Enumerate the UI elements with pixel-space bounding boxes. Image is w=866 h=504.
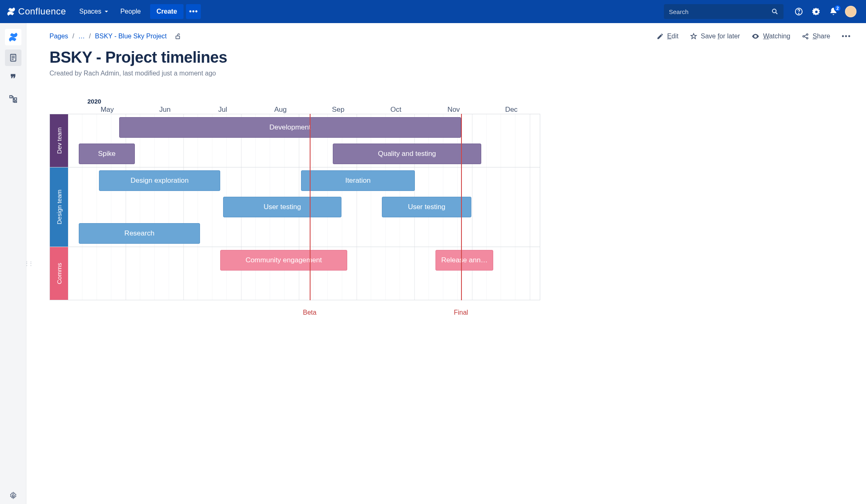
- timeline-bar[interactable]: Design exploration: [99, 170, 220, 191]
- page-title: BSKY - Project timelines: [49, 49, 851, 66]
- page-more-button[interactable]: •••: [842, 33, 851, 40]
- lane-tracks: DevelopmentSpikeQuality and testing: [68, 114, 540, 167]
- page-main: Pages / … / BSKY - Blue Sky Project Edit…: [26, 23, 866, 504]
- svg-point-3: [798, 13, 799, 14]
- lane-tracks: Community engagementRelease ann…: [68, 247, 540, 300]
- rail-pages[interactable]: [5, 49, 21, 66]
- app-logo[interactable]: Confluence: [7, 6, 66, 17]
- month-header: Sep: [309, 106, 367, 114]
- search-icon: [771, 8, 779, 15]
- create-button[interactable]: Create: [150, 4, 184, 19]
- timeline-year: 2020: [87, 98, 851, 105]
- rail-blog[interactable]: ❞: [5, 70, 21, 87]
- month-header: Aug: [252, 106, 309, 114]
- svg-line-18: [804, 37, 807, 38]
- lane-tracks: Design explorationIterationUser testingU…: [68, 167, 540, 247]
- timeline-bar[interactable]: Quality and testing: [333, 144, 481, 164]
- lane-label: Dev team: [50, 114, 68, 167]
- eye-icon: [751, 32, 760, 40]
- crumb-root[interactable]: Pages: [49, 33, 68, 40]
- sidebar-resize-handle[interactable]: ⋮⋮: [24, 261, 33, 266]
- svg-point-11: [12, 495, 14, 497]
- milestone-label: Beta: [303, 309, 317, 316]
- left-rail: ❞: [0, 23, 26, 504]
- notification-badge: 2: [834, 5, 841, 12]
- app-name: Confluence: [18, 6, 66, 17]
- month-header: May: [78, 106, 136, 114]
- svg-point-13: [755, 35, 756, 37]
- gear-icon: [812, 7, 821, 16]
- create-more-button[interactable]: •••: [186, 4, 201, 19]
- svg-rect-8: [9, 96, 12, 98]
- timeline-bar[interactable]: User testing: [223, 197, 341, 217]
- save-for-later-button[interactable]: Save for later: [690, 33, 740, 40]
- share-icon: [802, 33, 809, 40]
- page-icon: [9, 53, 18, 62]
- month-header: Jul: [194, 106, 252, 114]
- svg-line-17: [804, 35, 807, 36]
- timeline-bar[interactable]: Iteration: [301, 170, 415, 191]
- lane-label: Comms: [50, 247, 68, 300]
- svg-rect-9: [14, 98, 16, 100]
- pencil-icon: [657, 33, 664, 40]
- timeline-bar[interactable]: Development: [119, 117, 461, 138]
- help-icon: [794, 7, 803, 16]
- star-icon: [690, 33, 697, 40]
- page-actions: Edit Save for later Watching Share •••: [657, 32, 851, 40]
- search-box[interactable]: [664, 4, 784, 19]
- month-header: Dec: [482, 106, 540, 114]
- nav-people[interactable]: People: [115, 0, 147, 23]
- edit-button[interactable]: Edit: [657, 33, 679, 40]
- share-button[interactable]: Share: [802, 33, 830, 40]
- timeline-bar[interactable]: User testing: [382, 197, 471, 217]
- confluence-logo-icon: [7, 7, 16, 16]
- svg-line-1: [776, 12, 777, 14]
- svg-rect-12: [176, 36, 180, 39]
- month-header: Oct: [367, 106, 425, 114]
- breadcrumb: Pages / … / BSKY - Blue Sky Project: [49, 33, 181, 40]
- svg-rect-10: [14, 101, 16, 103]
- space-avatar[interactable]: [5, 29, 21, 45]
- svg-point-0: [772, 9, 776, 13]
- profile-button[interactable]: [844, 5, 858, 19]
- quote-icon: ❞: [10, 72, 16, 85]
- timeline-months: MayJunJulAugSepOctNovDec: [78, 106, 851, 114]
- milestone-label: Final: [454, 309, 468, 316]
- top-nav: Confluence Spaces People Create ••• 2: [0, 0, 866, 23]
- roadmap-macro: 2020 MayJunJulAugSepOctNovDec Dev teamDe…: [49, 98, 851, 300]
- timeline-lane: CommsCommunity engagementRelease ann…: [50, 247, 540, 300]
- gear-icon: [9, 492, 17, 500]
- help-button[interactable]: [792, 5, 806, 19]
- nav-spaces[interactable]: Spaces: [73, 0, 114, 23]
- lane-label: Design team: [50, 167, 68, 247]
- timeline-lane: Dev teamDevelopmentSpikeQuality and test…: [50, 114, 540, 167]
- notifications-button[interactable]: 2: [826, 5, 840, 19]
- timeline-bar[interactable]: Release ann…: [435, 250, 493, 271]
- crumb-collapsed[interactable]: …: [78, 33, 85, 40]
- rail-tree[interactable]: [5, 91, 21, 107]
- watching-button[interactable]: Watching: [751, 32, 790, 40]
- tree-icon: [9, 94, 18, 104]
- search-input[interactable]: [669, 8, 771, 15]
- avatar: [845, 6, 857, 17]
- timeline-body: Dev teamDevelopmentSpikeQuality and test…: [49, 114, 540, 300]
- timeline-lane: Design teamDesign explorationIterationUs…: [50, 167, 540, 247]
- timeline-bar[interactable]: Spike: [79, 144, 135, 164]
- timeline-bar[interactable]: Research: [79, 223, 200, 244]
- settings-button[interactable]: [809, 5, 823, 19]
- chevron-down-icon: [104, 9, 109, 14]
- milestone-line: [310, 114, 311, 300]
- rail-settings[interactable]: [5, 488, 21, 504]
- ellipsis-icon: •••: [189, 7, 198, 16]
- page-byline: Created by Rach Admin, last modified jus…: [49, 70, 851, 77]
- timeline-bar[interactable]: Community engagement: [220, 250, 347, 271]
- restrictions-icon[interactable]: [174, 33, 181, 40]
- milestone-line: [461, 114, 462, 300]
- month-header: Nov: [425, 106, 482, 114]
- crumb-parent[interactable]: BSKY - Blue Sky Project: [95, 33, 167, 40]
- month-header: Jun: [136, 106, 194, 114]
